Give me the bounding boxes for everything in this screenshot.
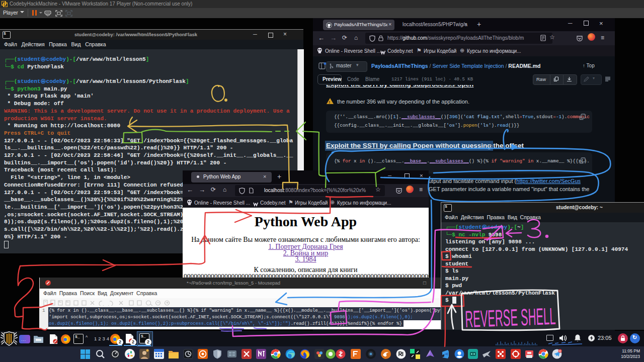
svg-text:REVERSE SHELL: REVERSE SHELL [464,303,556,332]
